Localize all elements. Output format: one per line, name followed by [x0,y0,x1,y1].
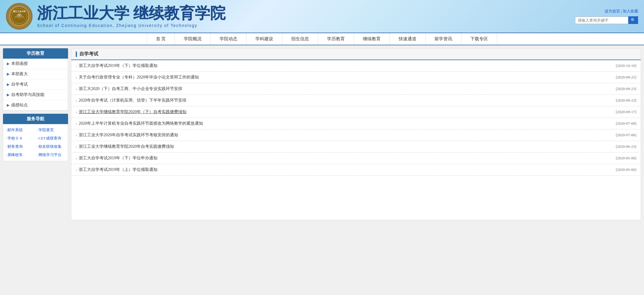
news-date: [2020-09-23] [616,86,636,91]
news-item: › 浙江工业大学继续教育学院2020年自考实践缴费须知 [2020-06-23] [71,141,641,153]
header-title: 浙江工业大学 继续教育学院 School of Continuing Educa… [37,5,226,28]
sidebar-item-nightschool[interactable]: ▶ 本部夜大 [3,69,68,79]
bullet-icon: › [76,87,77,91]
sidebar-degree-items: ▶ 本部函授 ▶ 本部夜大 ▶ 自学考试 ▶ 自考助学与高技能 ▶ 函授站点 [3,59,68,111]
nav-item-enrollment[interactable]: 招生信息 [282,33,318,45]
service-item-yellowpages[interactable]: ·学院黄页 [37,126,65,134]
news-title-link[interactable]: 浙江工业大学2020年自学考试实践环节考核安排的通知 [79,132,178,138]
news-date: [2020-07-06] [616,133,636,137]
news-item: › 浙工大2020（下）自考工商、中小企业专业实践环节安排 [2020-09-2… [71,83,641,95]
header-right: 设为首页 | 加入收藏 🔍 [575,9,638,24]
sidebar-item-label: 自学考试 [11,82,28,87]
news-item: › 浙工大自学考试2019年（下）学位领取通知 [2020-10-10] [71,60,641,72]
header-utility-links: 设为首页 | 加入收藏 [605,9,638,14]
set-homepage-link[interactable]: 设为首页 [605,9,620,13]
news-date: [2020-09-17] [616,110,636,114]
university-logo: 浙江工业大学 1953 工 [6,3,33,30]
news-date: [2020-05-06] [616,156,636,161]
svg-text:工: 工 [18,15,20,17]
arrow-icon: ▶ [7,62,9,66]
nav-item-home[interactable]: 首 页 [147,33,175,45]
content-section-title: 自学考试 [79,51,98,57]
section-icon [76,52,77,57]
sidebar-item-correspondence[interactable]: ▶ 本部函授 [3,59,68,69]
nav-item-study-abroad[interactable]: 留学资讯 [426,33,461,45]
bookmark-link[interactable]: 加入收藏 [623,9,638,13]
header-left: 浙江工业大学 1953 工 浙江工业大学 继续教育学院 School of Co… [6,3,226,30]
service-item-oa[interactable]: ·学校ＯＡ [6,135,34,142]
service-item-cet[interactable]: ·CET成绩查询 [37,135,65,142]
sidebar-item-label: 函授站点 [11,102,28,108]
news-item: › 浙工大自学考试2019年（上）学位领取通知 [2020-05-06] [71,164,641,176]
news-item: › 关于自考行政管理专业（专科）2020年毕业小论文答辩工作的通知 [2020-… [71,72,641,83]
news-item-highlighted: › 浙江工业大学继续教育学院2020年（下）自考实践缴费须知 [2020-09-… [71,106,641,118]
sidebar-item-label: 本部函授 [11,61,28,66]
site-title: 浙江工业大学 继续教育学院 [37,5,226,22]
sidebar-item-label: 自考助学与高技能 [11,92,44,97]
arrow-icon: ▶ [7,72,9,76]
bullet-icon: › [76,75,77,80]
news-title-link-highlighted[interactable]: 浙江工业大学继续教育学院2020年（下）自考实践缴费须知 [79,109,186,115]
nav-item-continuing[interactable]: 继续教育 [354,33,390,45]
news-title-link[interactable]: 2020年自学考试（计算机应用、信管）下半年实践环节安排 [79,98,186,103]
news-date: [2020-05-06] [616,167,636,172]
news-item: › 2020年自学考试（计算机应用、信管）下半年实践环节安排 [2020-09-… [71,95,641,106]
service-item-alumni[interactable]: ·校友联络收集 [37,143,65,150]
site-subtitle: School of Continuing Education, Zhejiang… [37,23,226,28]
nav-item-degree[interactable]: 学历教育 [318,33,354,45]
news-list: › 浙工大自学考试2019年（下）学位领取通知 [2020-10-10] › 关… [71,60,641,176]
nav-item-download[interactable]: 下载专区 [461,33,497,45]
nav-item-discipline[interactable]: 学科建设 [247,33,282,45]
news-title-link[interactable]: 关于自考行政管理专业（专科）2020年毕业小论文答辩工作的通知 [79,75,199,80]
news-title-link[interactable]: 2020年上半年计算机专业自考实践环节面授改为网络教学的紧急通知 [79,121,203,126]
search-button[interactable]: 🔍 [628,16,638,24]
service-item-finance[interactable]: ·财务查询 [6,143,34,150]
news-item: › 浙江工业大学2020年自学考试实践环节考核安排的通知 [2020-07-06… [71,129,641,141]
arrow-icon: ▶ [7,103,9,108]
nav-item-fast[interactable]: 快速通道 [390,33,426,45]
bullet-icon: › [76,133,77,137]
bullet-icon: › [76,64,77,68]
sidebar-section-degree-title: 学历教育 [3,48,68,59]
search-box: 🔍 [575,16,638,24]
bullet-icon: › [76,110,77,114]
news-date: [2020-09-25] [616,75,636,80]
content-area: 自学考试 › 浙工大自学考试2019年（下）学位领取通知 [2020-10-10… [71,48,641,220]
news-title-link[interactable]: 浙工大自学考试2019年（上）学位领取通知 [79,167,157,172]
sidebar: 学历教育 ▶ 本部函授 ▶ 本部夜大 ▶ 自学考试 ▶ 自考助学与高技能 ▶ 函… [3,48,68,220]
sidebar-item-selfassist[interactable]: ▶ 自考助学与高技能 [3,90,68,100]
service-item-email[interactable]: ·邮件系统 [6,126,34,134]
sidebar-item-stations[interactable]: ▶ 函授站点 [3,100,68,110]
nav-item-overview[interactable]: 学院概况 [175,33,211,45]
news-date: [2020-06-23] [616,144,636,149]
main-navigation: 首 页 学院概况 学院动态 学科建设 招生信息 学历教育 继续教育 快速通道 留… [0,33,644,45]
news-date: [2020-10-10] [616,63,636,68]
service-item-bus[interactable]: ·屏峰校车 [6,151,34,158]
bullet-icon: › [76,121,77,126]
sidebar-item-label: 本部夜大 [11,71,28,77]
news-item: › 2020年上半年计算机专业自考实践环节面授改为网络教学的紧急通知 [2020… [71,118,641,129]
svg-text:浙江工业大学: 浙江工业大学 [13,10,25,13]
news-title-link[interactable]: 浙工大自学考试2019年（下）学位领取通知 [79,63,157,68]
service-item-elearning[interactable]: ·网络学习平台 [37,151,65,158]
content-header: 自学考试 [71,49,641,60]
main-container: 学历教育 ▶ 本部函授 ▶ 本部夜大 ▶ 自学考试 ▶ 自考助学与高技能 ▶ 函… [0,45,644,223]
page-header: 浙江工业大学 1953 工 浙江工业大学 继续教育学院 School of Co… [0,0,644,33]
search-input[interactable] [575,17,628,24]
news-title-link[interactable]: 浙工大2020（下）自考工商、中小企业专业实践环节安排 [79,86,182,92]
arrow-icon: ▶ [7,93,9,97]
bullet-icon: › [76,168,77,172]
news-item: › 浙工大自学考试2019年（下）学位申办通知 [2020-05-06] [71,153,641,164]
nav-item-news[interactable]: 学院动态 [211,33,247,45]
sidebar-section-service-title: 服务导航 [3,114,68,124]
arrow-icon: ▶ [7,82,9,87]
bullet-icon: › [76,98,77,103]
news-title-link[interactable]: 浙江工业大学继续教育学院2020年自考实践缴费须知 [79,144,174,149]
sidebar-service-grid: ·邮件系统 ·学院黄页 ·学校ＯＡ ·CET成绩查询 ·财务查询 ·校友联络收集… [3,124,68,161]
news-date: [2020-07-08] [616,121,636,126]
news-title-link[interactable]: 浙工大自学考试2019年（下）学位申办通知 [79,155,157,161]
bullet-icon: › [76,145,77,149]
sidebar-item-selfstudy[interactable]: ▶ 自学考试 [3,79,68,90]
bullet-icon: › [76,156,77,161]
news-date: [2020-09-23] [616,98,636,103]
